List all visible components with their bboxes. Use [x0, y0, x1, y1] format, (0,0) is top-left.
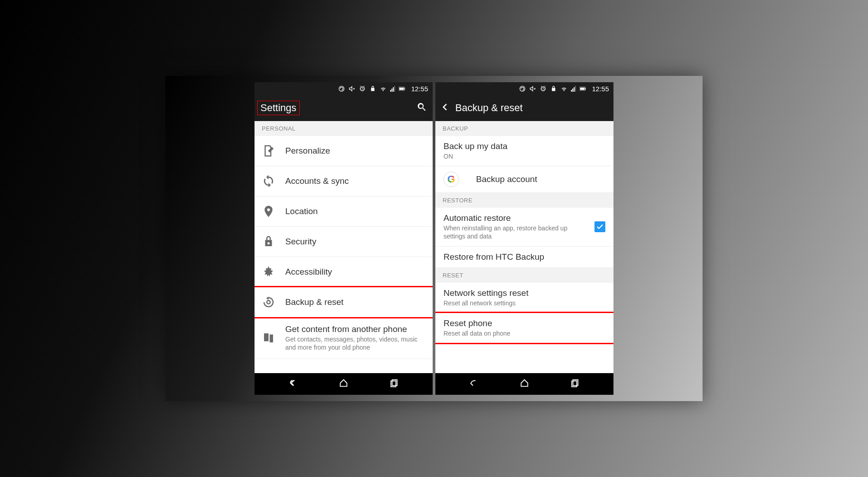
settings-item-label: Backup & reset [285, 297, 426, 307]
settings-item-location[interactable]: Location [255, 196, 433, 227]
nav-recent[interactable] [570, 378, 580, 390]
settings-item-sub: Get contacts, messages, photos, videos, … [285, 335, 426, 351]
section-header-reset: RESET [435, 268, 613, 283]
item-backup-account[interactable]: G Backup account [435, 166, 613, 193]
item-label: Automatic restore [443, 213, 589, 223]
auto-restore-checkbox[interactable] [594, 221, 605, 232]
nav-recent[interactable] [389, 378, 399, 390]
item-sub: Reset all network settings [443, 299, 605, 307]
settings-item-security[interactable]: Security [255, 227, 433, 257]
page-title: Settings [257, 101, 300, 115]
accessibility-icon [261, 264, 276, 280]
nav-bar [255, 373, 433, 395]
search-button[interactable] [416, 102, 427, 114]
stage-frame: 12:55 Settings PERSONAL Personalize [165, 76, 703, 401]
status-time: 12:55 [592, 85, 609, 93]
app-bar: Settings [255, 95, 433, 121]
item-reset-phone[interactable]: Reset phone Reset all data on phone [435, 312, 613, 344]
battery-icon [399, 85, 406, 92]
sync-settings-icon [261, 173, 276, 189]
alarm-icon [359, 85, 366, 92]
settings-item-label: Get content from another phone [285, 324, 426, 334]
status-bar: 12:55 [435, 82, 613, 95]
status-time: 12:55 [411, 85, 428, 93]
settings-item-accounts-sync[interactable]: Accounts & sync [255, 166, 433, 196]
signal-icon [390, 86, 395, 92]
nav-back[interactable] [469, 378, 479, 390]
mute-icon [529, 85, 536, 92]
phone-settings: 12:55 Settings PERSONAL Personalize [255, 82, 433, 395]
settings-item-label: Accounts & sync [285, 176, 426, 186]
lock-icon [550, 85, 557, 92]
wifi-icon [380, 85, 387, 92]
section-header-backup: BACKUP [435, 121, 613, 136]
lock-icon [369, 85, 376, 92]
location-icon [261, 204, 276, 219]
alarm-icon [540, 85, 547, 92]
page-title: Backup & reset [455, 102, 523, 114]
wifi-icon [561, 85, 567, 92]
status-bar: 12:55 [255, 82, 433, 95]
app-bar: Backup & reset [435, 95, 613, 121]
item-backup-my-data[interactable]: Back up my data ON [435, 136, 613, 166]
signal-icon [571, 86, 576, 92]
item-sub: Reset all data on phone [443, 329, 605, 337]
svg-rect-6 [585, 88, 586, 89]
section-header-restore: RESTORE [435, 193, 613, 208]
sync-icon [338, 85, 345, 92]
personalize-icon [261, 143, 276, 159]
nav-home[interactable] [519, 378, 529, 390]
settings-item-label: Accessibility [285, 267, 426, 277]
phone-backup-reset: 12:55 Backup & reset BACKUP Back up my d… [435, 82, 613, 395]
item-label: Back up my data [443, 141, 605, 151]
security-icon [261, 234, 276, 249]
nav-back[interactable] [288, 378, 298, 390]
item-network-settings-reset[interactable]: Network settings reset Reset all network… [435, 283, 613, 313]
check-icon [596, 223, 604, 231]
settings-item-label: Security [285, 237, 426, 247]
item-label: Reset phone [443, 318, 605, 328]
chevron-left-icon [441, 103, 450, 112]
battery-icon [580, 85, 586, 92]
svg-rect-2 [400, 88, 404, 90]
svg-rect-1 [405, 88, 405, 89]
settings-item-accessibility[interactable]: Accessibility [255, 257, 433, 287]
settings-item-label: Personalize [285, 146, 426, 156]
backup-reset-icon [261, 295, 276, 310]
phones-container: 12:55 Settings PERSONAL Personalize [255, 82, 613, 395]
nav-bar [435, 373, 613, 395]
item-sub: When reinstalling an app, restore backed… [443, 224, 589, 240]
settings-item-personalize[interactable]: Personalize [255, 136, 433, 166]
item-restore-htc-backup[interactable]: Restore from HTC Backup [435, 247, 613, 268]
back-button[interactable] [441, 103, 450, 113]
item-label: Backup account [476, 174, 605, 184]
item-label: Network settings reset [443, 288, 605, 298]
sync-icon [519, 85, 526, 92]
mute-icon [349, 85, 355, 92]
transfer-icon [261, 330, 276, 346]
item-automatic-restore[interactable]: Automatic restore When reinstalling an a… [435, 208, 613, 246]
settings-item-backup-reset[interactable]: Backup & reset [255, 286, 433, 318]
backup-reset-list: BACKUP Back up my data ON G Backup accou… [435, 121, 613, 373]
svg-rect-7 [580, 88, 585, 90]
settings-item-label: Location [285, 206, 426, 216]
settings-list: PERSONAL Personalize Accounts & sync [255, 121, 433, 373]
search-icon [416, 102, 427, 112]
item-label: Restore from HTC Backup [443, 252, 605, 262]
settings-item-get-content[interactable]: Get content from another phone Get conta… [255, 317, 433, 359]
google-icon: G [443, 172, 459, 187]
nav-home[interactable] [339, 378, 349, 390]
section-header-personal: PERSONAL [255, 121, 433, 136]
item-value: ON [443, 152, 605, 160]
